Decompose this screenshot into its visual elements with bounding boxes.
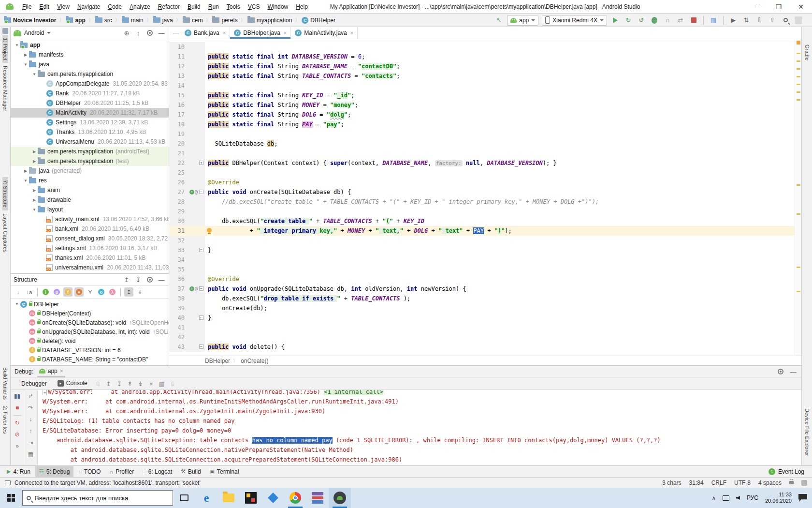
project-tree-row[interactable]: ▶drawable <box>11 195 169 205</box>
scroll-top-icon[interactable]: ↟ <box>125 379 135 388</box>
warning-tick[interactable] <box>797 99 800 101</box>
project-tree-row[interactable]: CAppCompatDelegate31.05.2020 20:54, 83 B <box>11 79 169 89</box>
mail-app-icon[interactable] <box>262 488 284 508</box>
scroll-down-icon[interactable]: ↧ <box>115 379 124 388</box>
apply-code-changes-icon[interactable]: ⇄ <box>676 15 685 25</box>
menu-item-file[interactable]: File <box>18 0 35 14</box>
project-tree-row[interactable]: settings.xml13.06.2020 18:16, 3,17 kB <box>11 243 169 253</box>
show-execution-point-icon[interactable]: ↱ <box>27 392 35 401</box>
warning-tick[interactable] <box>797 53 800 54</box>
project-tree-row[interactable]: ▶anim <box>11 185 169 195</box>
console-line[interactable]: E/SQLiteDatabase: Error inserting pay=0 … <box>43 426 801 435</box>
app-icon-dark[interactable] <box>240 488 262 508</box>
console-line[interactable]: android.database.sqlite.SQLiteException:… <box>43 435 801 445</box>
locate-file-icon[interactable]: ⊕ <box>122 29 131 37</box>
tw-terminal[interactable]: ▣Terminal <box>206 466 243 477</box>
code-line[interactable]: 34 <box>169 255 795 265</box>
sort-by-visibility-icon[interactable]: ↓ <box>14 287 23 297</box>
code-line[interactable]: 40⌐} <box>169 313 795 323</box>
warning-tick[interactable] <box>797 291 800 292</box>
edge-icon[interactable]: e <box>195 488 218 508</box>
close-icon[interactable]: × <box>60 368 63 374</box>
menu-item-window[interactable]: Window <box>263 0 292 14</box>
keyboard-language[interactable]: РУС <box>747 494 758 501</box>
collapse-all-icon[interactable]: ↧ <box>135 287 145 297</box>
chrome-icon[interactable] <box>284 488 306 508</box>
structure-tree-row[interactable]: ▼CDBHelper <box>11 299 169 309</box>
expand-all-icon[interactable]: ↥ <box>122 275 131 284</box>
profiler-icon[interactable]: ∩ <box>663 15 672 25</box>
tree-arrow-icon[interactable]: ▼ <box>31 208 38 212</box>
collapse-all-icon[interactable]: ↕ <box>134 29 143 37</box>
menu-item-tools[interactable]: Tools <box>223 0 244 14</box>
step-over-icon[interactable]: ↷ <box>27 403 35 412</box>
structure-tree-row[interactable]: mdelete(): void <box>11 336 169 345</box>
tree-arrow-icon[interactable]: ▼ <box>14 302 20 306</box>
show-non-public-icon[interactable]: ● <box>74 287 84 297</box>
warning-tick[interactable] <box>797 68 800 70</box>
debug-tab-debugger[interactable]: Debugger <box>16 378 52 390</box>
hidden-icons-chevron[interactable]: ∧ <box>712 495 716 501</box>
project-tree-row[interactable]: ▶java(generated) <box>11 166 169 176</box>
code-line[interactable]: 43−public void delete() { <box>169 342 795 352</box>
view-breakpoints-icon[interactable]: ⊘ <box>13 430 22 439</box>
code-line[interactable]: 19 <box>169 129 795 139</box>
fold-expand-icon[interactable]: + <box>199 161 203 165</box>
code-line[interactable]: 27↑@−public void onCreate(SQLiteDatabase… <box>169 187 795 197</box>
editor-tab-dbhelper-java[interactable]: CDBHelper.java× <box>230 27 291 39</box>
fold-end-icon[interactable]: ⌐ <box>199 315 203 320</box>
close-icon[interactable]: × <box>284 30 287 36</box>
sync-icon[interactable]: ↺ <box>637 15 646 25</box>
settings-gear-icon[interactable] <box>145 29 154 37</box>
project-tree-row[interactable]: CDBHelper20.06.2020 11:25, 1,5 kB <box>11 98 169 108</box>
event-log-button[interactable]: 1Event Log <box>768 468 809 475</box>
code-line[interactable]: 35 <box>169 265 795 274</box>
tree-arrow-icon[interactable]: ▶ <box>31 188 38 193</box>
scroll-end-icon[interactable]: ↡ <box>136 379 145 388</box>
network-icon[interactable] <box>723 495 729 501</box>
editor-breadcrumb-item[interactable]: onCreate() <box>241 358 268 364</box>
warning-tick[interactable] <box>797 91 800 93</box>
warning-tick[interactable] <box>797 184 800 186</box>
project-tree-row[interactable]: bank.xml20.06.2020 11:05, 6,49 kB <box>11 224 169 234</box>
status-indicator-4-spaces[interactable]: 4 spaces <box>758 479 782 486</box>
fold-expand-icon[interactable]: + <box>43 390 47 395</box>
fold-collapse-icon[interactable]: − <box>199 344 203 349</box>
books-app-icon[interactable] <box>306 488 329 508</box>
volume-icon[interactable] <box>736 496 740 500</box>
project-tree-row[interactable]: CThanks13.06.2020 12:10, 4,95 kB <box>11 127 169 137</box>
code-line[interactable]: 21 <box>169 149 795 158</box>
console-line[interactable]: W/System.err: at com.android.internal.os… <box>43 397 801 406</box>
code-line[interactable]: 14 <box>169 81 795 90</box>
override-method-icon[interactable]: ↑ <box>189 286 194 291</box>
structure-tree-row[interactable]: monCreate(SQLiteDatabase): void↑SQLiteOp… <box>11 318 169 327</box>
hide-tabs-icon[interactable]: — <box>171 30 181 36</box>
file-explorer-icon[interactable] <box>218 488 240 508</box>
code-line[interactable]: 31 + " integer primary key," + MONEY + "… <box>169 226 795 236</box>
tree-arrow-icon[interactable]: ▼ <box>31 72 38 76</box>
android-studio-icon[interactable] <box>329 488 351 508</box>
structure-tree-row[interactable]: mDBHelper(Context) <box>11 309 169 318</box>
tool-strip-item-2-favorites[interactable]: 2: Favorites <box>2 403 8 436</box>
menu-item-view[interactable]: View <box>53 0 73 14</box>
more-icon[interactable]: » <box>13 442 22 450</box>
console-line[interactable]: W/System.err: at com.android.internal.os… <box>43 406 801 416</box>
expand-all-icon[interactable]: ↥ <box>124 287 133 297</box>
code-editor[interactable]: 1011public static final int DATABASE_VER… <box>169 39 795 356</box>
tool-strip-item-resource-manager[interactable]: Resource Manager <box>2 63 8 114</box>
code-line[interactable]: 22+public DBHelper(Context context) { su… <box>169 158 795 168</box>
show-scratches-icon[interactable]: o <box>97 287 106 297</box>
run-config-select[interactable]: app <box>507 15 538 26</box>
avd-manager-icon[interactable]: ⇅ <box>741 15 751 25</box>
tool-strip-item-device-file-explorer[interactable]: Device File Explorer <box>804 405 810 459</box>
start-button[interactable] <box>0 488 22 508</box>
tool-strip-item-gradle[interactable]: Gradle <box>804 42 810 63</box>
breadcrumb-item[interactable]: myapplication <box>247 17 292 24</box>
run-button[interactable] <box>610 15 620 25</box>
code-line[interactable]: 20 SQLiteDatabase db; <box>169 139 795 149</box>
folded-calls-highlight[interactable]: <1 internal call> <box>324 390 383 395</box>
breadcrumb-item[interactable]: cem <box>183 17 203 24</box>
attach-debugger-icon[interactable]: ▦ <box>709 15 718 25</box>
status-indicator-3-chars[interactable]: 3 chars <box>662 479 681 486</box>
code-line[interactable]: 30 db.execSQL("create table " + TABLE_CO… <box>169 216 795 226</box>
